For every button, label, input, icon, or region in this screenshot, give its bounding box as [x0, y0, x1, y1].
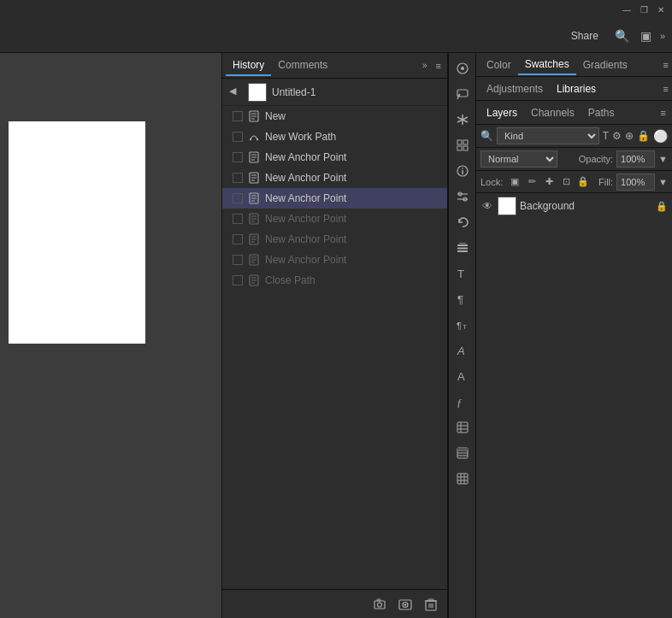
mid-tool-asterisk[interactable]: [451, 108, 475, 132]
item-checkbox-5[interactable]: [233, 214, 243, 224]
mid-tool-color[interactable]: [451, 56, 475, 80]
mid-tool-table[interactable]: [451, 415, 475, 439]
history-item-6[interactable]: New Anchor Point: [222, 229, 447, 250]
tab-layers[interactable]: Layers: [480, 103, 524, 122]
history-delete-button[interactable]: [421, 595, 440, 614]
mid-tool-grid[interactable]: [451, 133, 475, 157]
snapshot-thumbnail: [248, 83, 267, 102]
tab-adjustments[interactable]: Adjustments: [480, 79, 550, 98]
collapse-right-icon[interactable]: »: [660, 31, 665, 41]
layer-filter-lock-icon[interactable]: 🔒: [637, 130, 650, 142]
svg-rect-34: [374, 601, 385, 609]
item-checkbox-1[interactable]: [233, 132, 243, 142]
mid-toolbar: T ¶ ¶ T A A: [448, 53, 475, 618]
opacity-input[interactable]: 100%: [616, 150, 655, 168]
lock-transparency-icon[interactable]: ▣: [508, 175, 522, 189]
mid-tool-table2[interactable]: [451, 441, 475, 465]
layer-search-bar: 🔍 Kind T ⚙ ⊕ 🔒 ⚪: [476, 125, 672, 148]
right-side: T ¶ ¶ T A A: [448, 53, 672, 618]
history-item-2[interactable]: New Anchor Point: [222, 147, 447, 168]
layer-background-row[interactable]: 👁 Background 🔒: [476, 193, 672, 219]
opacity-label: Opacity:: [579, 154, 613, 164]
layer-eye-icon[interactable]: 👁: [480, 199, 494, 213]
history-item-1[interactable]: New Work Path: [222, 127, 447, 147]
minimize-button[interactable]: —: [619, 3, 634, 16]
item-checkbox-0[interactable]: [233, 111, 243, 121]
svg-rect-53: [463, 140, 468, 144]
mid-tool-paragraph[interactable]: ¶: [451, 287, 475, 311]
history-item-4[interactable]: New Anchor Point: [222, 188, 447, 209]
tab-channels[interactable]: Channels: [524, 103, 581, 122]
svg-rect-63: [457, 244, 468, 246]
fill-label: Fill:: [598, 177, 613, 187]
item-doc-icon-6: [248, 233, 260, 245]
fill-dropdown-icon[interactable]: ▼: [658, 177, 668, 187]
item-checkbox-3[interactable]: [233, 173, 243, 183]
item-doc-icon-7: [248, 254, 260, 266]
opacity-dropdown-icon[interactable]: ▼: [658, 154, 668, 164]
mid-tool-font-a[interactable]: A: [451, 338, 475, 362]
layer-kind-select[interactable]: Kind: [497, 127, 599, 144]
svg-point-5: [256, 138, 258, 140]
history-snapshot-create-button[interactable]: [370, 595, 389, 614]
search-icon[interactable]: 🔍: [612, 26, 633, 46]
layers-panel-menu-icon[interactable]: ≡: [658, 106, 669, 120]
tab-history[interactable]: History: [226, 56, 271, 76]
item-checkbox-8[interactable]: [233, 275, 243, 285]
mid-tool-paragraph2[interactable]: ¶ T: [451, 313, 475, 337]
mid-tool-layers[interactable]: [451, 236, 475, 260]
tab-color[interactable]: Color: [480, 56, 518, 74]
adj-panel-menu-icon[interactable]: ≡: [663, 84, 669, 94]
tab-paths[interactable]: Paths: [581, 103, 622, 122]
mid-tool-font-a2[interactable]: A: [451, 364, 475, 388]
item-label-4: New Anchor Point: [265, 192, 346, 204]
tab-gradients[interactable]: Gradients: [576, 56, 634, 74]
color-panel-menu-icon[interactable]: ≡: [663, 60, 669, 70]
share-button[interactable]: Share: [571, 30, 598, 42]
mid-tool-text-large[interactable]: T: [451, 262, 475, 285]
mid-tool-info[interactable]: [451, 159, 475, 183]
layer-filter-icon: 🔍: [480, 130, 493, 142]
panel-tab-icons: » ≡: [420, 59, 444, 73]
right-panels: Color Swatches Gradients ≡ Adjustments L…: [475, 53, 672, 618]
history-item-7[interactable]: New Anchor Point: [222, 250, 447, 270]
layer-filter-circle-icon[interactable]: ⚪: [653, 129, 668, 143]
item-checkbox-4[interactable]: [233, 193, 243, 203]
layer-filter-effects-icon[interactable]: ⚙: [612, 130, 622, 142]
mid-tool-undo[interactable]: [451, 210, 475, 234]
mid-tool-grid2[interactable]: [451, 467, 475, 491]
history-camera-button[interactable]: [396, 595, 415, 614]
lock-position-icon[interactable]: ✚: [542, 175, 556, 189]
item-checkbox-6[interactable]: [233, 234, 243, 244]
lock-all-icon[interactable]: 🔒: [576, 175, 590, 189]
tab-comments[interactable]: Comments: [271, 56, 334, 76]
panel-expand-icon[interactable]: »: [420, 59, 430, 72]
close-button[interactable]: ✕: [653, 3, 669, 16]
restore-button[interactable]: ❐: [636, 3, 651, 16]
layer-filter-t-icon[interactable]: T: [603, 130, 609, 142]
history-snapshot-row[interactable]: ◀ Untitled-1: [222, 79, 447, 106]
history-item-3[interactable]: New Anchor Point: [222, 168, 447, 188]
history-item-5[interactable]: New Anchor Point: [222, 209, 447, 229]
fill-input[interactable]: 100%: [616, 174, 655, 191]
mid-tool-message[interactable]: [451, 82, 475, 106]
tab-swatches[interactable]: Swatches: [518, 55, 576, 75]
mid-tool-stylized-a[interactable]: ƒ: [451, 390, 475, 414]
blend-mode-select[interactable]: Normal: [480, 150, 557, 168]
tab-libraries[interactable]: Libraries: [550, 79, 603, 98]
item-checkbox-2[interactable]: [233, 152, 243, 162]
lock-artboard-icon[interactable]: ⊡: [559, 175, 573, 189]
layout-icon[interactable]: ▣: [636, 26, 657, 46]
lock-label: Lock:: [480, 177, 503, 187]
layer-name: Background: [520, 200, 652, 212]
svg-rect-83: [457, 474, 468, 484]
history-item-0[interactable]: New: [222, 106, 447, 127]
item-checkbox-7[interactable]: [233, 255, 243, 265]
mid-tool-adjust[interactable]: [451, 185, 475, 209]
item-label-3: New Anchor Point: [265, 172, 346, 184]
panel-menu-icon[interactable]: ≡: [433, 59, 444, 73]
lock-paint-icon[interactable]: ✏: [525, 175, 539, 189]
svg-rect-74: [457, 422, 468, 433]
layer-filter-adjust-icon[interactable]: ⊕: [625, 130, 634, 142]
history-item-8[interactable]: Close Path: [222, 270, 447, 291]
